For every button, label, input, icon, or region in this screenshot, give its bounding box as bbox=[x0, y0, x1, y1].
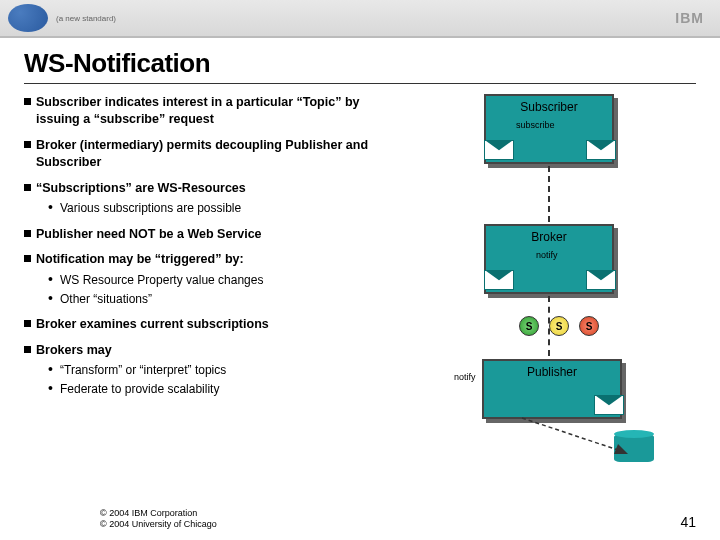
envelope-icon bbox=[586, 270, 616, 290]
bullet-3-sub-1: Various subscriptions are possible bbox=[48, 200, 404, 216]
broker-box: Broker notify bbox=[484, 224, 614, 294]
globus-logo-icon bbox=[8, 4, 48, 32]
subscription-circle-2: S bbox=[549, 316, 569, 336]
subscriber-box: Subscriber subscribe bbox=[484, 94, 614, 164]
slide-title: WS-Notification bbox=[0, 38, 720, 83]
notify-label-2: notify bbox=[454, 372, 476, 382]
subscription-circle-3: S bbox=[579, 316, 599, 336]
footer-line-1: © 2004 IBM Corporation bbox=[100, 508, 217, 519]
envelope-icon bbox=[586, 140, 616, 160]
diagram-column: Subscriber subscribe Broker notify S S S… bbox=[404, 94, 720, 514]
footer-copyright: © 2004 IBM Corporation © 2004 University… bbox=[100, 508, 217, 530]
bullet-7: Brokers may “Transform” or “interpret” t… bbox=[24, 342, 404, 397]
envelope-icon bbox=[484, 140, 514, 160]
logo-subtitle: (a new standard) bbox=[56, 14, 116, 23]
bullet-2: Broker (intermediary) permits decoupling… bbox=[24, 137, 404, 171]
publisher-box: Publisher bbox=[482, 359, 622, 419]
broker-label: Broker bbox=[486, 230, 612, 244]
subscription-circle-1: S bbox=[519, 316, 539, 336]
bullet-5: Notification may be “triggered” by: WS R… bbox=[24, 251, 404, 306]
footer-line-2: © 2004 University of Chicago bbox=[100, 519, 217, 530]
bullet-4: Publisher need NOT be a Web Service bbox=[24, 226, 404, 243]
logo-left: (a new standard) bbox=[8, 4, 116, 32]
bullet-7-sub-2: Federate to provide scalability bbox=[48, 381, 404, 397]
header-bar: (a new standard) IBM bbox=[0, 0, 720, 38]
subscribe-label: subscribe bbox=[516, 120, 555, 130]
bullet-5-sub-2: Other “situations” bbox=[48, 291, 404, 307]
bullet-5-sub-1: WS Resource Property value changes bbox=[48, 272, 404, 288]
notify-label-1: notify bbox=[536, 250, 558, 260]
arrow-subscriber-broker bbox=[548, 166, 550, 222]
bullet-column: Subscriber indicates interest in a parti… bbox=[24, 94, 404, 514]
content-area: Subscriber indicates interest in a parti… bbox=[0, 94, 720, 514]
ibm-logo: IBM bbox=[675, 10, 704, 26]
bullet-1: Subscriber indicates interest in a parti… bbox=[24, 94, 404, 128]
title-rule bbox=[24, 83, 696, 84]
subscriber-label: Subscriber bbox=[486, 100, 612, 114]
arrow-publisher-db bbox=[514, 414, 644, 464]
bullet-3: “Subscriptions” are WS-Resources Various… bbox=[24, 180, 404, 217]
publisher-label: Publisher bbox=[484, 365, 620, 379]
envelope-icon bbox=[594, 395, 624, 415]
bullet-7-sub-1: “Transform” or “interpret” topics bbox=[48, 362, 404, 378]
bullet-6: Broker examines current subscriptions bbox=[24, 316, 404, 333]
page-number: 41 bbox=[680, 514, 696, 530]
envelope-icon bbox=[484, 270, 514, 290]
